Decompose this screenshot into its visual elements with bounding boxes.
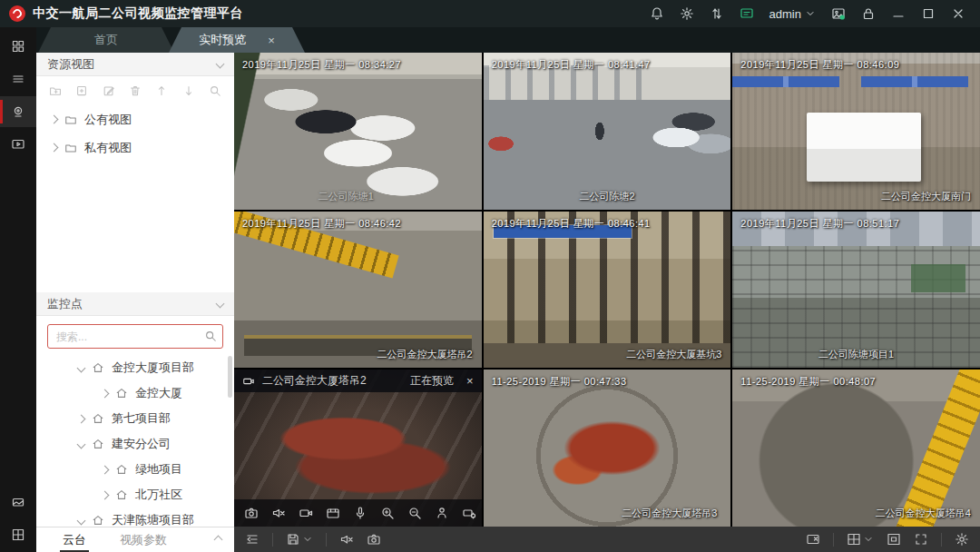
tree-item-project[interactable]: 金控大厦项目部 bbox=[36, 355, 234, 380]
delete-trash-icon[interactable] bbox=[129, 84, 142, 97]
osd-camera-name: 二公司金控大厦塔吊3 bbox=[622, 507, 717, 520]
collapse-panel-icon[interactable] bbox=[245, 532, 260, 547]
tree-item-site[interactable]: 北万社区 bbox=[36, 482, 234, 508]
notifications-bell-icon[interactable] bbox=[650, 6, 664, 21]
instant-playback-icon[interactable] bbox=[326, 506, 340, 520]
search-icon[interactable] bbox=[209, 84, 221, 97]
tree-item-site[interactable]: 金控大厦 bbox=[36, 380, 234, 406]
resource-view-section: 资源视图 公有视图 私有视图 bbox=[36, 53, 234, 292]
preset-person-icon[interactable] bbox=[435, 506, 449, 520]
search-icon[interactable] bbox=[204, 330, 217, 342]
tree-item-project[interactable]: 第七项目部 bbox=[36, 406, 234, 431]
transfer-arrows-icon[interactable] bbox=[710, 6, 724, 21]
move-up-icon[interactable] bbox=[155, 84, 168, 97]
tree-item-project[interactable]: 天津陈塘项目部 bbox=[36, 508, 234, 527]
tab-close-icon[interactable]: × bbox=[268, 34, 275, 47]
apps-grid-icon[interactable] bbox=[0, 31, 36, 62]
tree-item-private-views[interactable]: 私有视图 bbox=[36, 133, 234, 162]
tree-item-site[interactable]: 绿地项目 bbox=[36, 457, 234, 482]
active-tile-header: 二公司金控大厦塔吊2 正在预览 × bbox=[234, 370, 482, 392]
video-tile-5[interactable]: 2019年11月25日 星期一 08:46:41 二公司金控大厦基坑3 bbox=[484, 212, 731, 369]
video-tile-2[interactable]: 2019年11月25日 星期一 08:41:47 二公司陈塘2 bbox=[484, 53, 731, 210]
tab-live-preview[interactable]: 实时预览 × bbox=[169, 27, 305, 53]
online-monitor-icon[interactable] bbox=[740, 6, 754, 21]
chevron-right-icon[interactable] bbox=[50, 115, 59, 124]
chevron-right-icon[interactable] bbox=[77, 414, 86, 423]
settings-gear-icon[interactable] bbox=[680, 6, 694, 21]
osd-timestamp: 2019年11月25日 星期一 08:46:41 bbox=[492, 217, 651, 231]
menu-lines-icon[interactable] bbox=[0, 64, 36, 94]
chevron-down-icon[interactable] bbox=[77, 439, 86, 448]
add-view-icon[interactable] bbox=[75, 84, 88, 97]
avatar-status-icon[interactable] bbox=[831, 6, 846, 21]
playback-monitor-icon[interactable] bbox=[0, 129, 36, 160]
move-down-icon[interactable] bbox=[182, 84, 195, 97]
osd-camera-name: 二公司陈塘2 bbox=[579, 190, 634, 203]
video-feed bbox=[484, 370, 731, 527]
folder-icon bbox=[64, 113, 77, 126]
mic-icon[interactable] bbox=[353, 506, 368, 520]
maximize-button[interactable] bbox=[921, 6, 936, 21]
tree-item-label: 北万社区 bbox=[135, 487, 182, 503]
record-icon[interactable] bbox=[299, 506, 313, 520]
site-home-icon bbox=[92, 361, 104, 374]
chevron-right-icon[interactable] bbox=[50, 143, 59, 153]
digital-zoom-icon[interactable] bbox=[380, 506, 395, 520]
close-stream-icon[interactable]: × bbox=[466, 374, 474, 388]
chevron-right-icon[interactable] bbox=[101, 389, 110, 398]
tree-item-project[interactable]: 建安分公司 bbox=[36, 431, 234, 457]
titlebar: 中交一航局二公司视频监控管理平台 admin bbox=[0, 0, 980, 27]
fullscreen-icon[interactable] bbox=[914, 532, 928, 547]
snapshot-all-camera-icon[interactable] bbox=[367, 532, 381, 547]
grid-plus-icon[interactable] bbox=[0, 519, 36, 550]
osd-camera-name: 二公司陈塘1 bbox=[318, 190, 374, 203]
chevron-right-icon[interactable] bbox=[101, 490, 110, 499]
video-tile-6[interactable]: 2019年11月25日 星期一 08:51:17 二公司陈塘项目1 bbox=[732, 212, 980, 369]
close-all-streams-icon[interactable] bbox=[806, 532, 820, 547]
bottom-toolbar bbox=[234, 527, 980, 552]
chevron-down-icon[interactable] bbox=[77, 516, 86, 525]
chevron-up-icon[interactable] bbox=[214, 536, 223, 545]
lock-icon[interactable] bbox=[861, 6, 876, 21]
video-tile-7-active[interactable]: 二公司金控大厦塔吊2 正在预览 × ▶ bbox=[234, 370, 482, 527]
zoom-3d-icon[interactable] bbox=[407, 506, 422, 520]
video-tile-4[interactable]: 2019年11月25日 星期一 08:46:42 二公司金控大厦塔吊2 bbox=[234, 212, 482, 369]
folder-icon bbox=[64, 142, 77, 154]
tab-home[interactable]: 首页 bbox=[38, 27, 174, 53]
scrollbar-thumb[interactable] bbox=[228, 356, 232, 398]
add-folder-icon[interactable] bbox=[49, 84, 62, 97]
tab-video-params[interactable]: 视频参数 bbox=[120, 532, 167, 548]
username: admin bbox=[769, 7, 801, 21]
snapshot-camera-icon[interactable] bbox=[244, 506, 259, 520]
edit-icon[interactable] bbox=[103, 84, 115, 97]
grid-layout-icon bbox=[847, 532, 861, 547]
osd-timestamp: 11-25-2019 星期一 00:47:33 bbox=[492, 375, 627, 389]
single-screen-icon[interactable] bbox=[887, 532, 901, 547]
monitor-points-header[interactable]: 监控点 bbox=[36, 292, 234, 316]
camera-icon bbox=[242, 375, 255, 388]
tree-item-public-views[interactable]: 公有视图 bbox=[36, 105, 234, 133]
mute-speaker-icon[interactable] bbox=[271, 506, 286, 520]
user-menu[interactable]: admin bbox=[769, 7, 816, 21]
video-tile-9[interactable]: 11-25-2019 星期一 00:48:07 二公司金控大厦塔吊4 bbox=[732, 370, 980, 527]
video-tile-3[interactable]: 2019年11月25日 星期一 08:46:09 二公司金控大厦南门 bbox=[732, 53, 980, 210]
chevron-down-icon bbox=[216, 300, 225, 309]
panel-bottom-tabs: 云台 视频参数 bbox=[36, 527, 234, 552]
mute-all-speaker-icon[interactable] bbox=[339, 532, 354, 547]
live-camera-icon[interactable] bbox=[0, 96, 36, 127]
resource-tree: 公有视图 私有视图 bbox=[36, 105, 234, 162]
chevron-down-icon[interactable] bbox=[77, 363, 86, 372]
search-input[interactable] bbox=[47, 324, 223, 349]
resource-view-header[interactable]: 资源视图 bbox=[36, 53, 234, 76]
chevron-right-icon[interactable] bbox=[101, 465, 110, 474]
settings-gear-icon[interactable] bbox=[955, 532, 969, 547]
grid-layout-selector[interactable] bbox=[847, 532, 874, 547]
video-tile-8[interactable]: 11-25-2019 星期一 00:47:33 二公司金控大厦塔吊3 bbox=[484, 370, 731, 527]
video-tile-1[interactable]: 2019年11月25日 星期一 08:34:27 二公司陈塘1 bbox=[234, 53, 482, 210]
close-button[interactable] bbox=[951, 6, 965, 21]
minimize-button[interactable] bbox=[891, 6, 906, 21]
ptz-config-icon[interactable] bbox=[462, 506, 476, 520]
tv-wall-icon[interactable] bbox=[0, 487, 36, 518]
save-view-button[interactable] bbox=[286, 532, 313, 547]
tab-ptz[interactable]: 云台 bbox=[60, 528, 89, 552]
